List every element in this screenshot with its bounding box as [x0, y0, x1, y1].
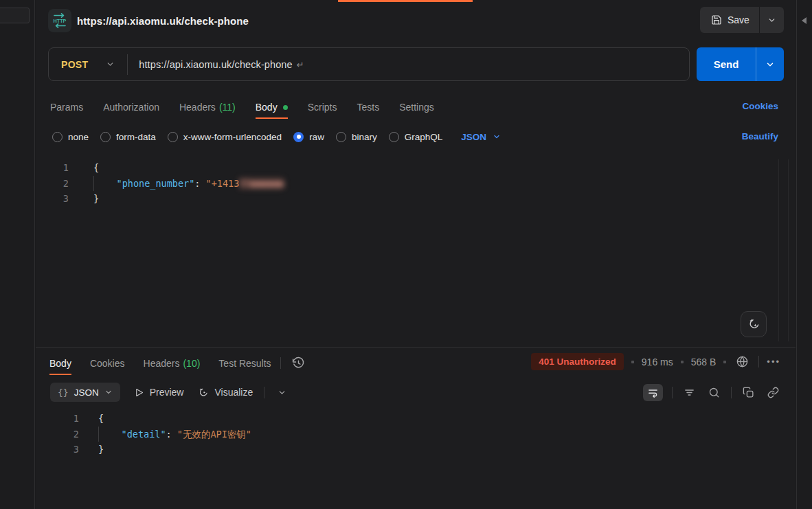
- response-meta: 401 Unauthorized 916 ms 568 B •••: [531, 353, 780, 370]
- headers-count-badge: (11): [219, 102, 236, 113]
- search-button[interactable]: [706, 385, 722, 400]
- response-tab-body[interactable]: Body: [49, 352, 71, 375]
- visualize-button[interactable]: Visualize: [197, 387, 253, 398]
- body-has-content-dot: [283, 105, 288, 110]
- json-key: "detail": [122, 429, 166, 440]
- filter-button[interactable]: [681, 385, 697, 400]
- request-title: https://api.xiaomu.uk/check-phone: [77, 15, 249, 27]
- response-tab-test-results[interactable]: Test Results: [218, 352, 271, 375]
- radio-raw[interactable]: raw: [293, 132, 324, 142]
- more-options-button[interactable]: •••: [767, 357, 780, 367]
- tab-label: Headers: [144, 358, 180, 369]
- send-split-button: Send: [697, 47, 784, 81]
- line-number: 1: [36, 160, 69, 176]
- tab-body[interactable]: Body: [256, 95, 288, 119]
- response-tab-headers[interactable]: Headers(10): [144, 352, 201, 375]
- url-text: https://api.xiaomu.uk/check-phone: [139, 59, 292, 70]
- active-request-tab-indicator: [338, 0, 473, 2]
- visualize-label: Visualize: [214, 387, 253, 398]
- tab-label: Cookies: [90, 358, 125, 369]
- radio-form-data[interactable]: form-data: [100, 132, 156, 142]
- braces-icon: {}: [58, 387, 69, 398]
- tab-authorization[interactable]: Authorization: [103, 95, 159, 119]
- visualize-sparkle-icon: [197, 387, 209, 398]
- line-number: 3: [36, 191, 69, 207]
- request-tab-bar: Params Authorization Headers(11) Body Sc…: [50, 95, 434, 119]
- tab-label: Headers: [179, 102, 216, 113]
- method-selector[interactable]: POST: [49, 48, 127, 80]
- preview-label: Preview: [150, 387, 184, 398]
- chevron-down-icon: [765, 60, 775, 69]
- copy-icon: [743, 387, 754, 398]
- response-time: 916 ms: [642, 357, 673, 367]
- response-tab-bar: Body Cookies Headers(10) Test Results: [49, 352, 271, 375]
- line-number: 2: [36, 176, 69, 192]
- globe-icon: [736, 355, 749, 368]
- radio-graphql[interactable]: GraphQL: [389, 132, 443, 142]
- radio-label: raw: [309, 132, 324, 142]
- line-number: 2: [36, 427, 79, 442]
- link-icon: [767, 387, 779, 398]
- code-line: 2 "phone_number": "+141355●●●●●●: [36, 176, 750, 192]
- save-button-label: Save: [728, 14, 749, 25]
- http-protocol-icon: HTTP: [48, 9, 71, 32]
- radio-none[interactable]: none: [52, 132, 89, 142]
- radio-label: GraphQL: [405, 132, 443, 142]
- postbot-assistant-button[interactable]: [741, 311, 767, 337]
- status-badge[interactable]: 401 Unauthorized: [531, 353, 624, 370]
- radio-label: form-data: [116, 132, 156, 142]
- tab-scripts[interactable]: Scripts: [308, 95, 337, 119]
- tab-params[interactable]: Params: [50, 95, 83, 119]
- raw-language-dropdown[interactable]: JSON: [461, 132, 501, 142]
- cookies-link[interactable]: Cookies: [742, 101, 778, 111]
- radio-binary[interactable]: binary: [336, 132, 377, 142]
- save-split-button: Save: [700, 7, 784, 33]
- request-body-editor[interactable]: 1 { 2 "phone_number": "+141355●●●●●● 3 }: [36, 160, 750, 207]
- collapse-panel-arrow-icon[interactable]: [802, 17, 807, 24]
- response-action-icons: [643, 384, 781, 401]
- tab-label: Params: [50, 102, 83, 113]
- radio-label: binary: [352, 132, 377, 142]
- enter-hint-glyph: ↵: [297, 60, 304, 70]
- toolbar-more-dropdown[interactable]: [275, 386, 289, 399]
- url-input[interactable]: https://api.xiaomu.uk/check-phone↵: [128, 59, 304, 70]
- radio-circle: [52, 132, 63, 142]
- send-options-button[interactable]: [756, 47, 784, 81]
- sidebar-collapsed-item[interactable]: [0, 8, 30, 23]
- wrap-text-icon: [647, 387, 659, 398]
- radio-circle: [168, 132, 178, 142]
- editor-scrollbar-track[interactable]: [778, 159, 789, 341]
- radio-circle: [100, 132, 111, 142]
- save-options-button[interactable]: [760, 7, 784, 33]
- tab-headers[interactable]: Headers(11): [179, 95, 236, 119]
- response-format-dropdown[interactable]: {} JSON: [50, 383, 120, 402]
- response-tab-cookies[interactable]: Cookies: [90, 352, 125, 375]
- tab-label: Body: [256, 102, 278, 113]
- left-sidebar-rail: [0, 0, 35, 509]
- send-button-label: Send: [714, 58, 739, 70]
- wrap-lines-button[interactable]: [643, 384, 663, 401]
- beautify-link[interactable]: Beautify: [742, 131, 778, 142]
- redacted-phone-value: 55●●●●●●: [239, 178, 284, 189]
- json-value: "无效的API密钥": [177, 429, 251, 440]
- divider: [672, 387, 673, 398]
- radio-circle: [389, 132, 399, 142]
- save-button[interactable]: Save: [700, 7, 759, 33]
- response-history-button[interactable]: [290, 354, 307, 372]
- radio-label: none: [68, 132, 89, 142]
- network-info-button[interactable]: [734, 353, 751, 370]
- send-button[interactable]: Send: [697, 47, 756, 81]
- response-body-editor[interactable]: 1 { 2 "detail": "无效的API密钥" 3 }: [36, 411, 750, 457]
- tab-label: Body: [49, 358, 71, 369]
- request-url-bar: POST https://api.xiaomu.uk/check-phone↵: [48, 47, 690, 81]
- search-icon: [708, 387, 720, 398]
- preview-button[interactable]: Preview: [134, 387, 184, 398]
- tab-tests[interactable]: Tests: [357, 95, 379, 119]
- response-panel: Body Cookies Headers(10) Test Results 40…: [36, 347, 796, 509]
- copy-response-button[interactable]: [741, 385, 756, 400]
- code-token: }: [93, 193, 99, 204]
- tab-settings[interactable]: Settings: [399, 95, 434, 119]
- share-link-button[interactable]: [765, 385, 781, 400]
- radio-x-www-form-urlencoded[interactable]: x-www-form-urlencoded: [168, 132, 282, 142]
- tab-label: Settings: [399, 102, 434, 113]
